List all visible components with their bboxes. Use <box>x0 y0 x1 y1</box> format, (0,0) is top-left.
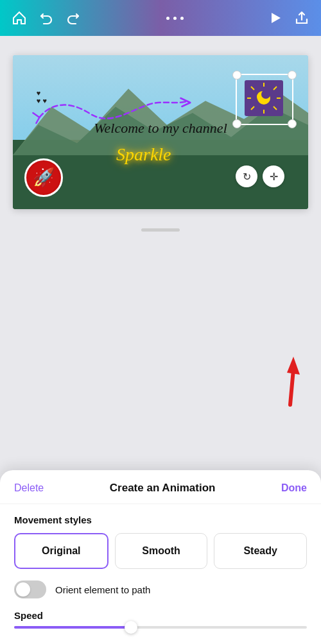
sheet-header: Delete Create an Animation Done <box>0 470 321 504</box>
handle-top-left[interactable] <box>232 71 241 80</box>
canvas-wrapper[interactable]: ♥♥ ♥ Welcome to my channel Sparkle 🚀 <box>13 55 308 209</box>
redo-icon[interactable] <box>65 10 81 26</box>
movement-label: Movement styles <box>14 514 307 525</box>
movement-buttons: Original Smooth Steady <box>14 533 307 569</box>
action-icons: ↻ ✛ <box>236 165 284 187</box>
header-right <box>268 10 309 26</box>
speed-slider[interactable] <box>14 626 307 629</box>
speed-row <box>14 626 307 631</box>
dot-1 <box>166 17 169 20</box>
orient-label: Orient element to path <box>55 584 150 595</box>
dot-2 <box>173 17 177 20</box>
bottom-sheet: Delete Create an Animation Done Movement… <box>0 470 321 644</box>
done-button[interactable]: Done <box>281 482 307 494</box>
movement-section: Movement styles Original Smooth Steady O… <box>0 504 321 631</box>
speed-slider-fill <box>14 626 131 629</box>
delete-button[interactable]: Delete <box>14 482 44 494</box>
speed-slider-thumb[interactable] <box>125 621 137 634</box>
svg-line-15 <box>290 369 293 405</box>
orient-toggle[interactable] <box>14 580 46 598</box>
hearts-doodle: ♥♥ ♥ <box>37 89 47 105</box>
move-button[interactable]: ✛ <box>263 165 284 187</box>
toggle-knob <box>16 582 30 597</box>
sparkle-text: Sparkle <box>116 144 171 165</box>
rocket-element[interactable]: 🚀 <box>24 158 63 197</box>
svg-point-14 <box>261 90 270 99</box>
header-dots[interactable] <box>166 17 184 20</box>
canvas-background: ♥♥ ♥ Welcome to my channel Sparkle 🚀 <box>13 55 308 209</box>
original-button[interactable]: Original <box>14 533 108 569</box>
home-icon[interactable] <box>12 10 27 26</box>
welcome-text: Welcome to my channel <box>94 120 227 137</box>
sheet-title: Create an Animation <box>110 482 216 495</box>
speed-label: Speed <box>14 610 307 621</box>
svg-marker-0 <box>272 13 281 23</box>
play-icon[interactable] <box>268 11 282 25</box>
smooth-button[interactable]: Smooth <box>115 533 208 569</box>
sun-element[interactable] <box>236 74 293 125</box>
undo-icon[interactable] <box>39 10 54 26</box>
share-icon[interactable] <box>294 10 309 26</box>
handle-bottom-left[interactable] <box>232 119 241 128</box>
svg-marker-16 <box>287 357 300 375</box>
selection-box <box>236 74 293 125</box>
handle-bottom-right[interactable] <box>288 119 297 128</box>
handle-top-right[interactable] <box>288 71 297 80</box>
done-arrow-annotation <box>252 350 303 408</box>
canvas-area: ♥♥ ♥ Welcome to my channel Sparkle 🚀 <box>0 36 321 222</box>
refresh-button[interactable]: ↻ <box>236 165 257 187</box>
header <box>0 0 321 36</box>
steady-button[interactable]: Steady <box>214 533 307 569</box>
header-left <box>12 10 81 26</box>
toggle-row: Orient element to path <box>14 580 307 598</box>
swipe-handle <box>141 228 180 232</box>
dot-3 <box>180 17 184 20</box>
